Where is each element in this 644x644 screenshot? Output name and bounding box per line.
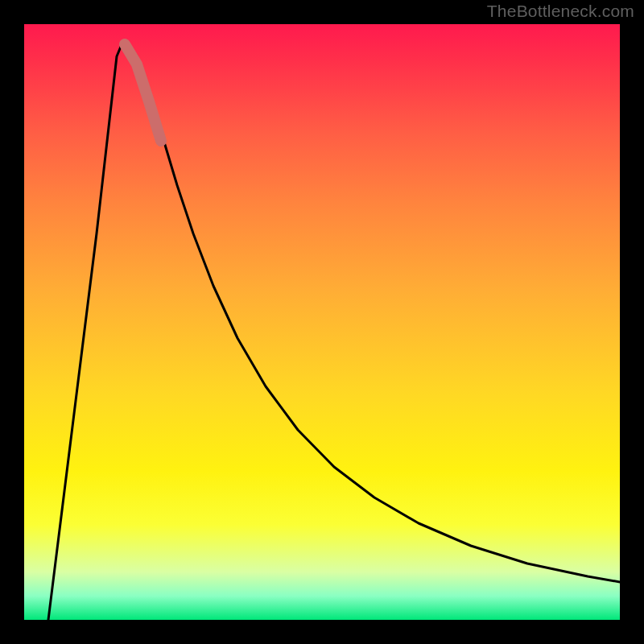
highlight-segment: [125, 44, 161, 141]
chart-frame: TheBottleneck.com: [0, 0, 644, 644]
plot-area: [24, 24, 620, 620]
watermark-text: TheBottleneck.com: [487, 2, 634, 21]
bottleneck-curve: [48, 43, 620, 620]
curve-layer: [24, 24, 620, 620]
